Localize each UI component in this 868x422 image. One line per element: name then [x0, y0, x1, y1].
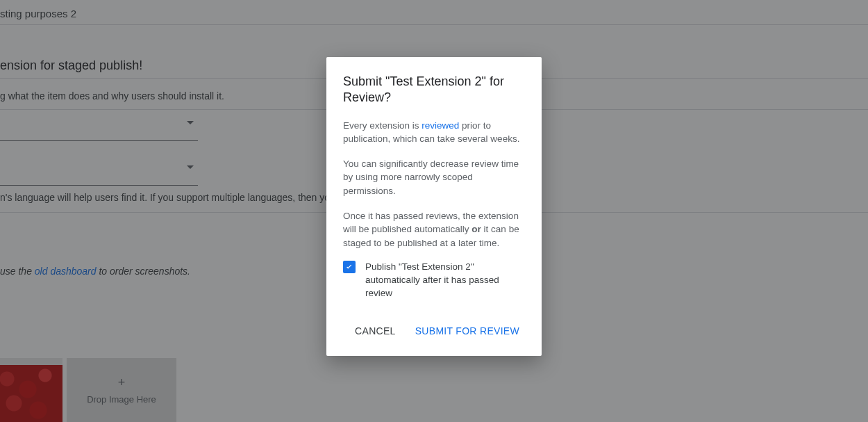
dialog-actions: CANCEL SUBMIT FOR REVIEW — [343, 314, 525, 348]
modal-overlay: Submit "Test Extension 2" for Review? Ev… — [0, 0, 868, 422]
auto-publish-checkbox-row: Publish "Test Extension 2" automatically… — [343, 261, 525, 300]
dialog-paragraph-2: You can significantly decrease review ti… — [343, 157, 525, 198]
reviewed-link[interactable]: reviewed — [422, 120, 459, 131]
dialog-paragraph-3: Once it has passed reviews, the extensio… — [343, 209, 525, 250]
cancel-button[interactable]: CANCEL — [349, 320, 401, 342]
checkmark-icon — [344, 262, 354, 272]
submit-review-dialog: Submit "Test Extension 2" for Review? Ev… — [326, 57, 542, 356]
dialog-paragraph-1: Every extension is reviewed prior to pub… — [343, 119, 525, 146]
dialog-title: Submit "Test Extension 2" for Review? — [343, 74, 525, 106]
auto-publish-checkbox[interactable] — [343, 261, 356, 273]
auto-publish-label: Publish "Test Extension 2" automatically… — [365, 261, 525, 300]
submit-for-review-button[interactable]: SUBMIT FOR REVIEW — [410, 320, 525, 342]
